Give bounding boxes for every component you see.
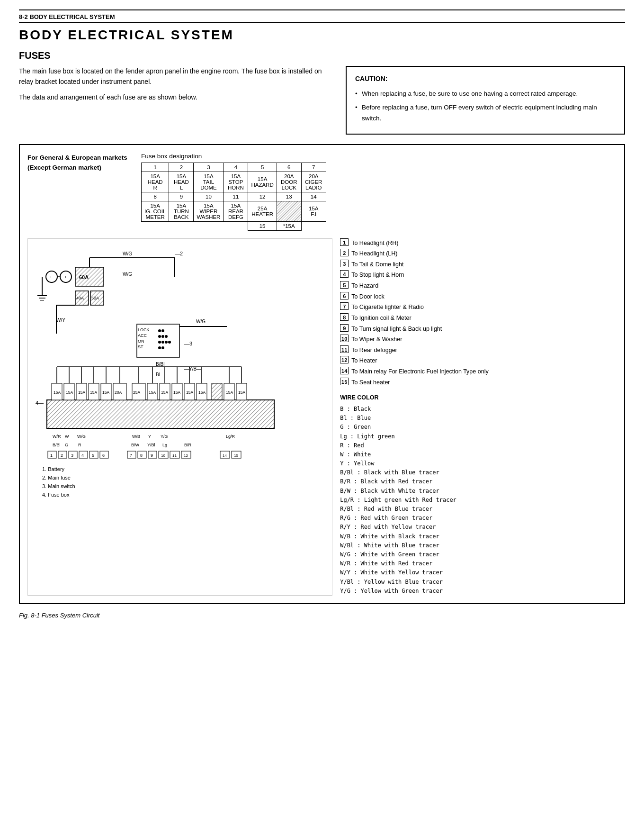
legend-text-15: To Seat heater xyxy=(351,378,390,388)
fuse-table-title: Fuse box designation xyxy=(141,153,617,160)
fuse-5: 15AHAZARD xyxy=(248,172,277,192)
wire-color-item-13: R/Y : Red with Yellow tracer xyxy=(340,523,617,532)
svg-text:15A: 15A xyxy=(90,390,97,395)
svg-text:50A: 50A xyxy=(91,296,99,300)
svg-point-33 xyxy=(165,335,168,338)
legend-text-14: To Main relay For Electronic Fuel Inject… xyxy=(351,367,488,377)
fig-caption: Fig. 8-1 Fuses System Circuit xyxy=(19,612,625,619)
legend-text-5: To Hazard xyxy=(351,281,378,291)
svg-text:+: + xyxy=(50,275,52,280)
svg-text:2. Main fuse: 2. Main fuse xyxy=(42,475,71,480)
svg-text:7: 7 xyxy=(130,453,132,458)
fuse-table: 1 2 3 4 5 6 7 15AHEADR 15AHEADL 15ATAILD… xyxy=(141,163,326,231)
wire-color-item-10: Lg/R : Light green with Red tracer xyxy=(340,496,617,505)
legend-item-12: 12To Heater xyxy=(340,356,617,366)
svg-text:11: 11 xyxy=(172,453,177,458)
svg-text:15A: 15A xyxy=(161,390,168,395)
legend-num-11: 11 xyxy=(340,345,349,353)
wire-color-item-9: B/W : Black with White tracer xyxy=(340,487,617,496)
svg-point-34 xyxy=(158,341,161,344)
svg-text:4—: 4— xyxy=(36,400,44,406)
circuit-svg: + + 60A 40A 50A W/G —2 xyxy=(28,239,293,523)
svg-text:40A: 40A xyxy=(76,296,84,300)
legend-num-2: 2 xyxy=(340,249,349,256)
wire-color-item-0: B : Black xyxy=(340,405,617,414)
svg-text:B/BI: B/BI xyxy=(156,362,165,367)
svg-rect-65 xyxy=(212,383,222,400)
svg-text:W/G: W/G xyxy=(123,272,132,277)
caution-title: CAUTION: xyxy=(355,73,616,85)
svg-text:15A: 15A xyxy=(198,390,206,395)
legend-item-14: 14To Main relay For Electronic Fuel Inje… xyxy=(340,367,617,377)
svg-text:4: 4 xyxy=(81,453,84,458)
svg-text:W: W xyxy=(65,434,69,439)
legend-num-6: 6 xyxy=(340,292,349,299)
fuses-body1: The main fuse box is located on the fend… xyxy=(19,66,331,87)
wire-color-item-12: R/G : Red with Green tracer xyxy=(340,514,617,523)
svg-text:15A: 15A xyxy=(78,390,85,395)
legend-text-3: To Tail & Dome light xyxy=(351,260,403,270)
wire-color-item-14: W/B : White with Black tracer xyxy=(340,532,617,541)
market-label-2: (Except German market) xyxy=(27,163,132,173)
fuse-col-2-hdr: 2 xyxy=(169,163,194,172)
svg-text:LOCK: LOCK xyxy=(138,327,150,332)
legend-list: 1To Headlight (RH)2To Headlight (LH)3To … xyxy=(340,238,617,388)
svg-text:W/G: W/G xyxy=(77,434,86,439)
fuse-col-10-hdr: 10 xyxy=(194,192,224,201)
svg-text:14: 14 xyxy=(223,453,227,458)
svg-point-39 xyxy=(161,346,164,349)
fuse-col-6-hdr: 6 xyxy=(277,163,301,172)
wire-color-list: B : BlackBl : BlueG : GreenLg : Light gr… xyxy=(340,405,617,596)
market-label-1: For General & European markets xyxy=(27,153,132,163)
fuse-row-end xyxy=(301,221,326,230)
wire-color-item-6: Y : Yellow xyxy=(340,459,617,468)
wire-color-section: WIRE COLOR B : BlackBl : BlueG : GreenLg… xyxy=(340,393,617,596)
wire-color-item-8: B/R : Black with Red tracer xyxy=(340,477,617,486)
legend-num-14: 14 xyxy=(340,367,349,374)
svg-text:15A: 15A xyxy=(226,390,233,395)
legend-num-9: 9 xyxy=(340,324,349,332)
svg-text:ST: ST xyxy=(138,344,143,349)
legend-text-10: To Wiper & Washer xyxy=(351,335,402,344)
fuse-9: 15ATURNBACK xyxy=(169,201,194,221)
legend-num-1: 1 xyxy=(340,238,349,246)
svg-point-36 xyxy=(165,341,168,344)
fuse-col-13-hdr: 13 xyxy=(277,192,301,201)
legend-text-6: To Door lock xyxy=(351,292,384,302)
svg-text:25A: 25A xyxy=(133,390,140,395)
svg-point-29 xyxy=(158,329,161,332)
fuse-col-11-hdr: 11 xyxy=(224,192,248,201)
svg-text:10: 10 xyxy=(161,453,165,458)
svg-text:15A: 15A xyxy=(238,390,245,395)
caution-box: CAUTION: When replacing a fuse, be sure … xyxy=(346,66,625,135)
svg-text:W/R: W/R xyxy=(53,434,61,439)
legend-item-1: 1To Headlight (RH) xyxy=(340,238,617,248)
svg-text:2: 2 xyxy=(61,453,63,458)
legend-item-8: 8To Ignition coil & Meter xyxy=(340,313,617,323)
svg-text:B/R: B/R xyxy=(184,443,192,447)
svg-text:+: + xyxy=(64,275,67,280)
fuses-body2: The data and arrangement of each fuse ar… xyxy=(19,92,331,102)
diagram-main: + + 60A 40A 50A W/G —2 xyxy=(27,238,617,596)
svg-text:Y: Y xyxy=(148,434,151,439)
svg-text:ON: ON xyxy=(138,339,144,344)
fuse-1: 15AHEADR xyxy=(142,172,169,192)
legend-text-1: To Headlight (RH) xyxy=(351,238,398,248)
svg-point-30 xyxy=(161,329,164,332)
legend-text-12: To Heater xyxy=(351,356,377,366)
section-title-fuses: FUSES xyxy=(19,50,625,61)
svg-text:G: G xyxy=(65,443,68,447)
caution-list: When replacing a fuse, be sure to use on… xyxy=(355,89,616,124)
fuse-10: 15AWIPERWASHER xyxy=(194,201,224,221)
svg-text:R: R xyxy=(78,443,81,447)
legend-num-3: 3 xyxy=(340,260,349,267)
wire-color-item-2: G : Green xyxy=(340,423,617,432)
svg-text:1: 1 xyxy=(50,453,53,458)
fuse-2: 15AHEADL xyxy=(169,172,194,192)
svg-text:15A: 15A xyxy=(186,390,193,395)
fuse-col-7-hdr: 7 xyxy=(301,163,326,172)
svg-text:6: 6 xyxy=(102,453,105,458)
svg-text:4. Fuse box: 4. Fuse box xyxy=(42,492,70,498)
svg-text:15A: 15A xyxy=(54,390,61,395)
svg-text:9: 9 xyxy=(151,453,153,458)
